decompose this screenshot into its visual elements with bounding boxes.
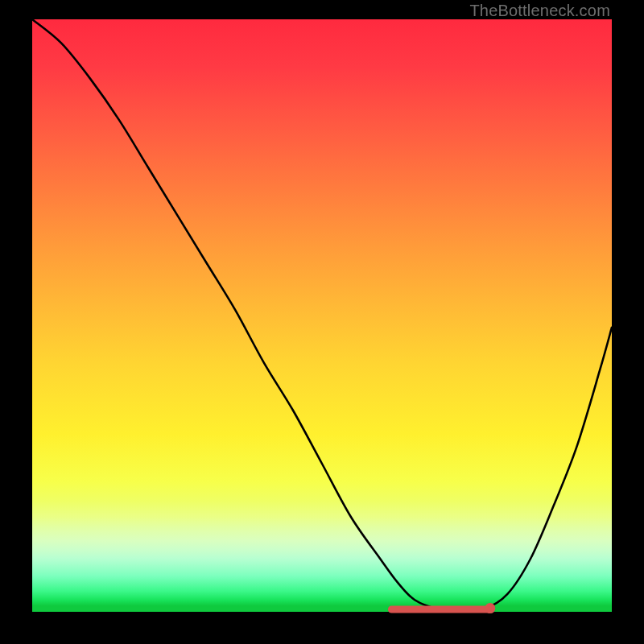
- plot-area: [32, 19, 612, 612]
- chart-frame: TheBottleneck.com: [0, 0, 644, 644]
- watermark-text: TheBottleneck.com: [469, 2, 610, 20]
- marker-dot: [485, 603, 495, 613]
- curve-svg: [32, 19, 612, 612]
- bottleneck-curve-path: [32, 19, 612, 610]
